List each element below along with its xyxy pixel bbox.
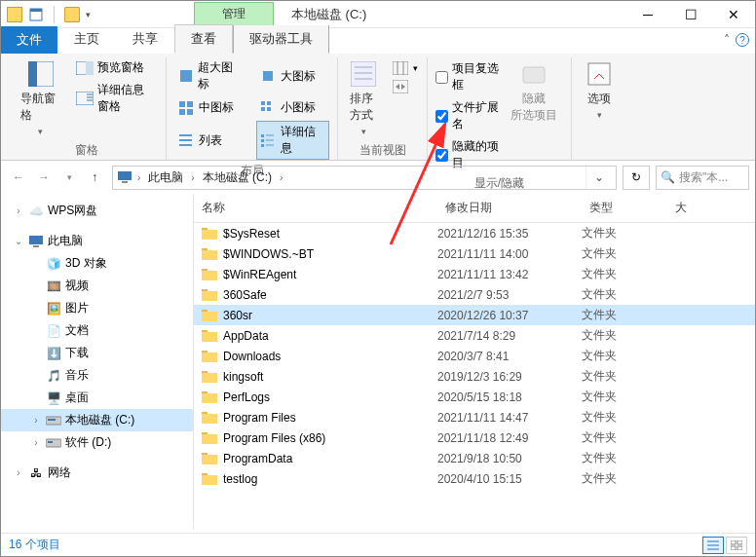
file-name: 360Safe bbox=[223, 288, 267, 302]
tab-drive-tools[interactable]: 驱动器工具 bbox=[233, 25, 329, 54]
qat-dropdown-icon[interactable]: ▾ bbox=[86, 10, 91, 19]
file-row[interactable]: kingsoft2019/12/3 16:29文件夹 bbox=[194, 366, 755, 387]
svg-rect-14 bbox=[179, 109, 185, 115]
tree-3d[interactable]: 🧊3D 对象 bbox=[1, 252, 193, 275]
minimize-button[interactable]: ─ bbox=[626, 1, 669, 28]
file-row[interactable]: ProgramData2021/9/18 10:50文件夹 bbox=[194, 448, 755, 468]
svg-rect-70 bbox=[202, 455, 217, 464]
file-row[interactable]: $SysReset2021/12/16 15:35文件夹 bbox=[194, 223, 755, 243]
details-pane-button[interactable]: 详细信息窗格 bbox=[73, 80, 158, 117]
tree-c-drive[interactable]: ›本地磁盘 (C:) bbox=[1, 409, 193, 431]
layout-md-icons[interactable]: 中图标 bbox=[174, 97, 246, 118]
layout-list[interactable]: 列表 bbox=[174, 121, 246, 160]
size-columns-button[interactable] bbox=[389, 78, 421, 95]
svg-rect-66 bbox=[202, 414, 217, 424]
contextual-tab-manage[interactable]: 管理 bbox=[194, 2, 274, 26]
tab-file[interactable]: 文件 bbox=[1, 26, 57, 54]
svg-rect-13 bbox=[187, 101, 193, 107]
svg-rect-41 bbox=[29, 236, 43, 244]
file-row[interactable]: $WinREAgent2021/11/11 13:42文件夹 bbox=[194, 264, 755, 284]
header-date[interactable]: 修改日期 bbox=[437, 194, 582, 222]
breadcrumb[interactable]: › 此电脑 › 本地磁盘 (C:) › ⌄ bbox=[112, 166, 617, 190]
svg-rect-77 bbox=[737, 540, 742, 544]
tree-network[interactable]: ›🖧网络 bbox=[1, 462, 193, 484]
folder-icon bbox=[7, 7, 22, 22]
svg-rect-27 bbox=[261, 144, 264, 147]
collapse-ribbon-icon[interactable]: ˄ bbox=[724, 33, 730, 47]
up-button[interactable]: ↑ bbox=[83, 166, 106, 189]
tab-share[interactable]: 共享 bbox=[116, 24, 174, 54]
tree-pictures[interactable]: 🖼️图片 bbox=[1, 297, 193, 319]
layout-details[interactable]: 详细信息 bbox=[256, 121, 330, 160]
svg-rect-50 bbox=[202, 250, 217, 260]
tree-desktop[interactable]: 🖥️桌面 bbox=[1, 387, 193, 409]
file-type: 文件夹 bbox=[582, 368, 667, 385]
chevron-right-icon[interactable]: › bbox=[134, 172, 143, 183]
file-row[interactable]: testlog2020/4/10 15:15文件夹 bbox=[194, 468, 755, 489]
tab-home[interactable]: 主页 bbox=[57, 24, 116, 54]
file-row[interactable]: Program Files (x86)2021/11/18 12:49文件夹 bbox=[194, 427, 755, 448]
back-button[interactable]: ← bbox=[7, 166, 30, 189]
tree-music[interactable]: 🎵音乐 bbox=[1, 364, 193, 387]
hide-selected-button[interactable]: 隐藏 所选项目 bbox=[505, 57, 563, 127]
tree-d-drive[interactable]: ›软件 (D:) bbox=[1, 431, 193, 454]
tree-this-pc[interactable]: ⌄此电脑 bbox=[1, 230, 193, 252]
tab-view[interactable]: 查看 bbox=[174, 24, 233, 54]
navigation-pane-button[interactable]: 导航窗格 ▾ bbox=[15, 57, 67, 139]
file-row[interactable]: PerfLogs2020/5/15 18:18文件夹 bbox=[194, 387, 755, 407]
status-bar: 16 个项目 bbox=[1, 533, 755, 556]
tree-videos[interactable]: 🎞️视频 bbox=[1, 275, 193, 297]
preview-pane-button[interactable]: 预览窗格 bbox=[73, 57, 158, 78]
file-type: 文件夹 bbox=[582, 389, 667, 405]
sort-button[interactable]: 排序方式 ▾ bbox=[344, 57, 383, 139]
breadcrumb-drive[interactable]: 本地磁盘 (C:) bbox=[200, 167, 275, 188]
file-name: Program Files (x86) bbox=[223, 431, 325, 445]
file-type: 文件夹 bbox=[582, 286, 667, 303]
layout-xl-icons[interactable]: 超大图标 bbox=[174, 57, 246, 94]
svg-rect-3 bbox=[28, 61, 37, 87]
checkbox-item-checkboxes[interactable]: 项目复选框 bbox=[435, 59, 499, 94]
svg-rect-48 bbox=[202, 230, 217, 240]
properties-icon[interactable] bbox=[28, 7, 44, 22]
tree-downloads[interactable]: ⬇️下载 bbox=[1, 342, 193, 364]
new-folder-icon[interactable] bbox=[64, 7, 80, 22]
options-button[interactable]: 选项 ▾ bbox=[580, 57, 619, 123]
forward-button[interactable]: → bbox=[32, 166, 56, 189]
svg-rect-10 bbox=[180, 70, 192, 82]
svg-rect-16 bbox=[261, 101, 265, 105]
file-row[interactable]: AppData2021/7/14 8:29文件夹 bbox=[194, 325, 755, 346]
tree-wps[interactable]: ›☁️WPS网盘 bbox=[1, 200, 193, 222]
search-input[interactable]: 🔍 搜索"本... bbox=[656, 166, 749, 190]
header-type[interactable]: 类型 bbox=[582, 194, 667, 222]
breadcrumb-dropdown[interactable]: ⌄ bbox=[586, 167, 612, 189]
column-headers[interactable]: 名称 修改日期 类型 大 bbox=[194, 194, 755, 223]
search-icon: 🔍 bbox=[661, 170, 675, 184]
refresh-button[interactable]: ↻ bbox=[623, 166, 650, 190]
file-row[interactable]: 360sr2020/12/26 10:37文件夹 bbox=[194, 305, 755, 325]
add-columns-button[interactable]: ▾ bbox=[389, 59, 421, 77]
file-list: 名称 修改日期 类型 大 $SysReset2021/12/16 15:35文件… bbox=[194, 194, 755, 529]
file-row[interactable]: Downloads2020/3/7 8:41文件夹 bbox=[194, 346, 755, 366]
close-button[interactable]: ✕ bbox=[712, 1, 755, 28]
maximize-button[interactable]: ☐ bbox=[669, 1, 712, 28]
view-large-button[interactable] bbox=[726, 537, 747, 554]
breadcrumb-pc[interactable]: 此电脑 bbox=[145, 167, 186, 188]
file-row[interactable]: Program Files2021/11/11 14:47文件夹 bbox=[194, 407, 755, 427]
file-type: 文件夹 bbox=[582, 327, 667, 344]
layout-lg-icons[interactable]: 大图标 bbox=[256, 57, 330, 94]
file-date: 2021/11/11 14:47 bbox=[437, 411, 582, 425]
file-row[interactable]: 360Safe2021/2/7 9:53文件夹 bbox=[194, 284, 755, 305]
chevron-right-icon[interactable]: › bbox=[188, 172, 197, 183]
view-details-button[interactable] bbox=[702, 537, 724, 554]
header-size[interactable]: 大 bbox=[667, 194, 755, 222]
layout-sm-icons[interactable]: 小图标 bbox=[256, 97, 330, 118]
header-name[interactable]: 名称 bbox=[194, 194, 437, 222]
tree-documents[interactable]: 📄文档 bbox=[1, 319, 193, 342]
history-dropdown[interactable]: ▾ bbox=[57, 166, 81, 189]
checkbox-file-extensions[interactable]: 文件扩展名 bbox=[435, 98, 499, 133]
svg-rect-46 bbox=[48, 441, 53, 443]
chevron-right-icon[interactable]: › bbox=[277, 172, 285, 183]
file-row[interactable]: $WINDOWS.~BT2021/11/11 14:00文件夹 bbox=[194, 243, 755, 264]
help-icon[interactable]: ? bbox=[736, 33, 749, 47]
navigation-tree[interactable]: ›☁️WPS网盘 ⌄此电脑 🧊3D 对象 🎞️视频 🖼️图片 📄文档 ⬇️下载 … bbox=[1, 194, 194, 529]
